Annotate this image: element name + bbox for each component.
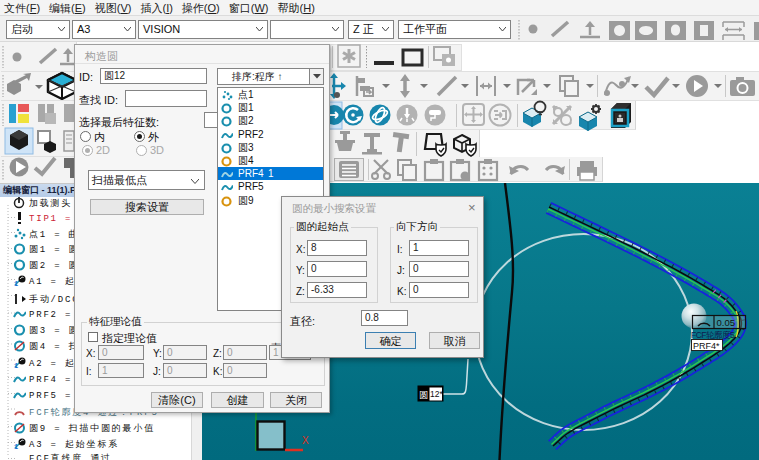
svg-text:12*: 12* bbox=[430, 389, 443, 399]
svg-text:X: X bbox=[302, 435, 309, 446]
svg-text:1: 1 bbox=[14, 443, 20, 450]
svg-text:0.05: 0.05 bbox=[717, 317, 736, 328]
svg-text:PRF4*: PRF4* bbox=[693, 341, 720, 351]
svg-text:圆: 圆 bbox=[419, 390, 428, 400]
svg-text:1: 1 bbox=[14, 280, 20, 287]
svg-text:FCF轮廓度5: FCF轮廓度5 bbox=[691, 330, 735, 340]
svg-text:1: 1 bbox=[14, 362, 20, 369]
